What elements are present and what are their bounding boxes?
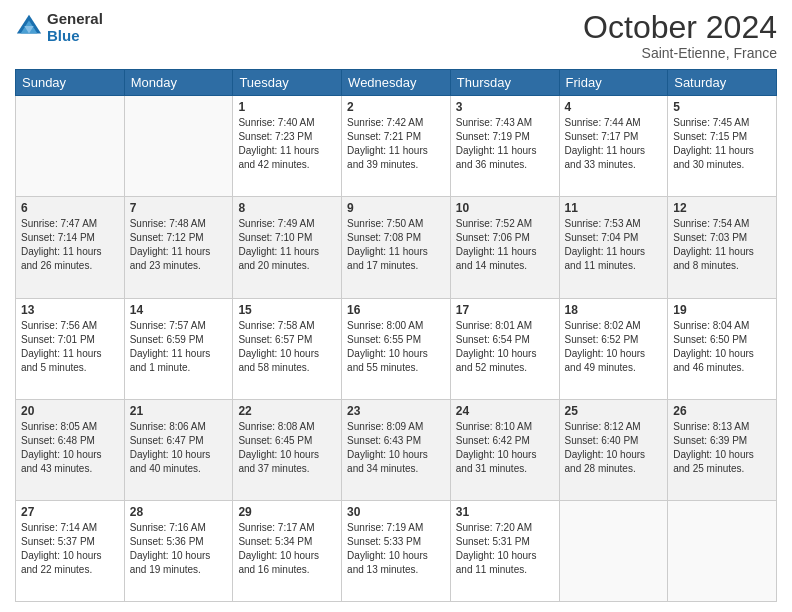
day-info: Sunrise: 8:01 AM Sunset: 6:54 PM Dayligh…	[456, 319, 554, 375]
day-info: Sunrise: 8:06 AM Sunset: 6:47 PM Dayligh…	[130, 420, 228, 476]
day-number: 26	[673, 404, 771, 418]
day-number: 27	[21, 505, 119, 519]
day-number: 13	[21, 303, 119, 317]
day-number: 15	[238, 303, 336, 317]
col-monday: Monday	[124, 70, 233, 96]
day-info: Sunrise: 7:20 AM Sunset: 5:31 PM Dayligh…	[456, 521, 554, 577]
table-row: 19 Sunrise: 8:04 AM Sunset: 6:50 PM Dayl…	[668, 298, 777, 399]
day-info: Sunrise: 7:17 AM Sunset: 5:34 PM Dayligh…	[238, 521, 336, 577]
day-number: 16	[347, 303, 445, 317]
sunset: Sunset: 6:55 PM	[347, 334, 421, 345]
day-number: 1	[238, 100, 336, 114]
day-number: 14	[130, 303, 228, 317]
daylight: Daylight: 10 hours and 46 minutes.	[673, 348, 754, 373]
daylight: Daylight: 10 hours and 52 minutes.	[456, 348, 537, 373]
sunrise: Sunrise: 7:57 AM	[130, 320, 206, 331]
day-number: 8	[238, 201, 336, 215]
sunset: Sunset: 7:23 PM	[238, 131, 312, 142]
sunrise: Sunrise: 7:16 AM	[130, 522, 206, 533]
sunrise: Sunrise: 7:56 AM	[21, 320, 97, 331]
table-row: 20 Sunrise: 8:05 AM Sunset: 6:48 PM Dayl…	[16, 399, 125, 500]
day-number: 10	[456, 201, 554, 215]
day-number: 24	[456, 404, 554, 418]
daylight: Daylight: 10 hours and 40 minutes.	[130, 449, 211, 474]
table-row: 4 Sunrise: 7:44 AM Sunset: 7:17 PM Dayli…	[559, 96, 668, 197]
table-row	[668, 500, 777, 601]
logo-icon	[15, 13, 43, 41]
table-row: 22 Sunrise: 8:08 AM Sunset: 6:45 PM Dayl…	[233, 399, 342, 500]
table-row: 15 Sunrise: 7:58 AM Sunset: 6:57 PM Dayl…	[233, 298, 342, 399]
day-info: Sunrise: 8:05 AM Sunset: 6:48 PM Dayligh…	[21, 420, 119, 476]
day-number: 5	[673, 100, 771, 114]
day-number: 19	[673, 303, 771, 317]
table-row: 10 Sunrise: 7:52 AM Sunset: 7:06 PM Dayl…	[450, 197, 559, 298]
page: General Blue October 2024 Saint-Etienne,…	[0, 0, 792, 612]
daylight: Daylight: 11 hours and 11 minutes.	[565, 246, 646, 271]
col-tuesday: Tuesday	[233, 70, 342, 96]
sunrise: Sunrise: 7:20 AM	[456, 522, 532, 533]
sunrise: Sunrise: 8:12 AM	[565, 421, 641, 432]
sunrise: Sunrise: 8:01 AM	[456, 320, 532, 331]
calendar-week-row: 20 Sunrise: 8:05 AM Sunset: 6:48 PM Dayl…	[16, 399, 777, 500]
day-info: Sunrise: 7:54 AM Sunset: 7:03 PM Dayligh…	[673, 217, 771, 273]
sunset: Sunset: 5:37 PM	[21, 536, 95, 547]
sunrise: Sunrise: 8:06 AM	[130, 421, 206, 432]
table-row	[16, 96, 125, 197]
daylight: Daylight: 11 hours and 36 minutes.	[456, 145, 537, 170]
table-row: 13 Sunrise: 7:56 AM Sunset: 7:01 PM Dayl…	[16, 298, 125, 399]
daylight: Daylight: 10 hours and 55 minutes.	[347, 348, 428, 373]
day-info: Sunrise: 7:19 AM Sunset: 5:33 PM Dayligh…	[347, 521, 445, 577]
daylight: Daylight: 10 hours and 22 minutes.	[21, 550, 102, 575]
sunrise: Sunrise: 8:00 AM	[347, 320, 423, 331]
table-row: 24 Sunrise: 8:10 AM Sunset: 6:42 PM Dayl…	[450, 399, 559, 500]
day-number: 17	[456, 303, 554, 317]
sunset: Sunset: 7:15 PM	[673, 131, 747, 142]
day-info: Sunrise: 7:58 AM Sunset: 6:57 PM Dayligh…	[238, 319, 336, 375]
sunset: Sunset: 6:59 PM	[130, 334, 204, 345]
daylight: Daylight: 11 hours and 23 minutes.	[130, 246, 211, 271]
col-wednesday: Wednesday	[342, 70, 451, 96]
daylight: Daylight: 11 hours and 42 minutes.	[238, 145, 319, 170]
sunrise: Sunrise: 7:42 AM	[347, 117, 423, 128]
table-row: 31 Sunrise: 7:20 AM Sunset: 5:31 PM Dayl…	[450, 500, 559, 601]
day-info: Sunrise: 8:04 AM Sunset: 6:50 PM Dayligh…	[673, 319, 771, 375]
daylight: Daylight: 11 hours and 39 minutes.	[347, 145, 428, 170]
daylight: Daylight: 10 hours and 19 minutes.	[130, 550, 211, 575]
daylight: Daylight: 11 hours and 20 minutes.	[238, 246, 319, 271]
table-row: 5 Sunrise: 7:45 AM Sunset: 7:15 PM Dayli…	[668, 96, 777, 197]
col-thursday: Thursday	[450, 70, 559, 96]
day-info: Sunrise: 7:49 AM Sunset: 7:10 PM Dayligh…	[238, 217, 336, 273]
day-number: 4	[565, 100, 663, 114]
day-number: 3	[456, 100, 554, 114]
sunset: Sunset: 5:34 PM	[238, 536, 312, 547]
day-info: Sunrise: 7:57 AM Sunset: 6:59 PM Dayligh…	[130, 319, 228, 375]
calendar-table: Sunday Monday Tuesday Wednesday Thursday…	[15, 69, 777, 602]
sunrise: Sunrise: 8:04 AM	[673, 320, 749, 331]
table-row: 25 Sunrise: 8:12 AM Sunset: 6:40 PM Dayl…	[559, 399, 668, 500]
table-row: 12 Sunrise: 7:54 AM Sunset: 7:03 PM Dayl…	[668, 197, 777, 298]
daylight: Daylight: 11 hours and 1 minute.	[130, 348, 211, 373]
calendar-week-row: 13 Sunrise: 7:56 AM Sunset: 7:01 PM Dayl…	[16, 298, 777, 399]
header: General Blue October 2024 Saint-Etienne,…	[15, 10, 777, 61]
sunrise: Sunrise: 7:19 AM	[347, 522, 423, 533]
table-row	[559, 500, 668, 601]
day-info: Sunrise: 8:10 AM Sunset: 6:42 PM Dayligh…	[456, 420, 554, 476]
table-row: 27 Sunrise: 7:14 AM Sunset: 5:37 PM Dayl…	[16, 500, 125, 601]
daylight: Daylight: 10 hours and 31 minutes.	[456, 449, 537, 474]
sunrise: Sunrise: 7:40 AM	[238, 117, 314, 128]
daylight: Daylight: 10 hours and 25 minutes.	[673, 449, 754, 474]
col-saturday: Saturday	[668, 70, 777, 96]
sunset: Sunset: 6:48 PM	[21, 435, 95, 446]
day-info: Sunrise: 7:47 AM Sunset: 7:14 PM Dayligh…	[21, 217, 119, 273]
calendar-week-row: 1 Sunrise: 7:40 AM Sunset: 7:23 PM Dayli…	[16, 96, 777, 197]
sunrise: Sunrise: 7:14 AM	[21, 522, 97, 533]
sunset: Sunset: 7:21 PM	[347, 131, 421, 142]
sunrise: Sunrise: 8:08 AM	[238, 421, 314, 432]
sunset: Sunset: 6:40 PM	[565, 435, 639, 446]
day-number: 25	[565, 404, 663, 418]
daylight: Daylight: 10 hours and 28 minutes.	[565, 449, 646, 474]
calendar-week-row: 27 Sunrise: 7:14 AM Sunset: 5:37 PM Dayl…	[16, 500, 777, 601]
sunrise: Sunrise: 7:44 AM	[565, 117, 641, 128]
daylight: Daylight: 10 hours and 58 minutes.	[238, 348, 319, 373]
day-number: 22	[238, 404, 336, 418]
